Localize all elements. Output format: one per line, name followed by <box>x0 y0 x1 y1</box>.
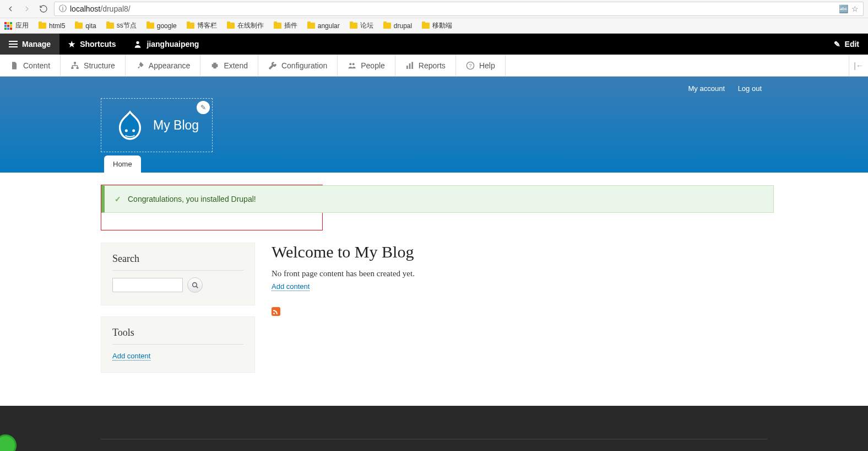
tools-block: Tools Add content <box>101 316 255 373</box>
svg-rect-3 <box>77 67 79 68</box>
info-icon: ⓘ <box>59 4 67 14</box>
status-message-text: Congratulations, you installed Drupal! <box>128 195 256 203</box>
status-message-success: ✓ Congratulations, you installed Drupal! <box>101 185 774 213</box>
log-out-link[interactable]: Log out <box>738 84 762 93</box>
sidebar: Search Tools Add content <box>101 243 255 373</box>
barchart-icon <box>405 61 414 70</box>
folder-icon <box>227 23 235 29</box>
svg-point-5 <box>352 63 355 65</box>
wrench-icon <box>268 61 277 70</box>
folder-icon <box>147 23 154 29</box>
toolbar-shortcuts[interactable]: ★ Shortcuts <box>59 34 124 55</box>
bookmark-qita[interactable]: qita <box>75 22 96 30</box>
apps-grid-icon <box>4 22 12 30</box>
svg-rect-1 <box>74 62 76 63</box>
annotation-highlight-box: ✓ Congratulations, you installed Drupal! <box>101 185 323 230</box>
folder-icon <box>383 23 391 29</box>
check-icon: ✓ <box>115 195 121 203</box>
folder-icon <box>274 23 281 29</box>
toolbar-user[interactable]: jianghuaipeng <box>124 34 208 55</box>
search-submit-button[interactable] <box>187 277 203 293</box>
main-content: ✓ Congratulations, you installed Drupal!… <box>101 173 767 406</box>
folder-icon <box>106 23 114 29</box>
drupal-logo-icon <box>115 109 145 142</box>
browser-url-bar[interactable]: ⓘ localhost/drupal8/ 🔤 ☆ <box>54 2 864 16</box>
pencil-icon: ✎ <box>834 40 840 49</box>
folder-icon <box>187 23 194 29</box>
menu-content[interactable]: Content <box>0 55 61 76</box>
people-icon <box>348 61 356 70</box>
tab-home[interactable]: Home <box>104 155 141 173</box>
footer-divider <box>101 439 767 439</box>
menu-extend[interactable]: Extend <box>200 55 258 76</box>
bookmark-ss[interactable]: ss节点 <box>106 21 137 30</box>
toolbar-edit[interactable]: ✎ Edit <box>825 34 868 55</box>
brush-icon <box>135 61 144 70</box>
browser-url-text: localhost/drupal8/ <box>70 4 836 13</box>
browser-toolbar: ⓘ localhost/drupal8/ 🔤 ☆ <box>0 0 868 18</box>
add-content-link[interactable]: Add content <box>272 282 310 291</box>
svg-point-13 <box>192 282 197 287</box>
svg-text:?: ? <box>469 63 471 68</box>
help-icon: ? <box>466 61 475 70</box>
toolbar-manage[interactable]: Manage <box>0 34 59 55</box>
browser-reload-button[interactable] <box>37 3 50 15</box>
tools-block-title: Tools <box>112 327 243 345</box>
user-icon <box>133 40 142 49</box>
bookmarks-bar: 应用 html5 qita ss节点 google 博客栏 在线制作 插件 an… <box>0 18 868 33</box>
bookmark-drupal[interactable]: drupal <box>383 22 412 30</box>
puzzle-icon <box>210 61 219 70</box>
file-icon <box>10 61 19 70</box>
search-block: Search <box>101 243 255 305</box>
star-icon[interactable]: ☆ <box>851 4 859 13</box>
empty-message: No front page content has been created y… <box>272 269 767 278</box>
site-name: My Blog <box>153 118 199 133</box>
search-block-title: Search <box>112 253 243 271</box>
admin-toolbar: Manage ★ Shortcuts jianghuaipeng ✎ Edit <box>0 34 868 55</box>
menu-help[interactable]: ? Help <box>456 55 506 76</box>
svg-point-12 <box>132 130 135 132</box>
folder-icon <box>75 23 83 29</box>
site-header: My account Log out ✎ My Blog Home <box>0 77 868 173</box>
svg-point-4 <box>350 63 352 65</box>
folder-icon <box>39 23 46 29</box>
menu-structure[interactable]: Structure <box>61 55 126 76</box>
admin-menu: Content Structure Appearance Extend Conf… <box>0 55 868 77</box>
tools-add-content-link[interactable]: Add content <box>112 352 150 361</box>
menu-collapse-button[interactable]: |← <box>849 55 868 76</box>
menu-appearance[interactable]: Appearance <box>126 55 201 76</box>
browser-forward-button[interactable] <box>21 3 33 15</box>
browser-chrome: ⓘ localhost/drupal8/ 🔤 ☆ 应用 html5 qita s… <box>0 0 868 34</box>
bookmark-mobile[interactable]: 移動端 <box>422 21 452 30</box>
rss-icon[interactable] <box>272 307 280 316</box>
browser-back-button[interactable] <box>4 3 17 15</box>
bookmark-google[interactable]: google <box>147 22 177 30</box>
hamburger-icon <box>9 41 18 47</box>
bookmark-html5[interactable]: html5 <box>39 22 65 30</box>
menu-people[interactable]: People <box>338 55 395 76</box>
my-account-link[interactable]: My account <box>688 84 725 93</box>
svg-point-0 <box>137 41 139 44</box>
svg-rect-7 <box>409 63 411 69</box>
svg-rect-6 <box>406 66 408 69</box>
header-user-links: My account Log out <box>101 84 767 98</box>
menu-reports[interactable]: Reports <box>395 55 456 76</box>
site-branding-block[interactable]: ✎ My Blog <box>101 98 213 152</box>
site-footer <box>0 406 868 451</box>
svg-line-14 <box>196 286 198 288</box>
bookmark-online[interactable]: 在线制作 <box>227 21 264 30</box>
chrome-apps-button[interactable]: 应用 <box>4 21 29 30</box>
bookmark-blog[interactable]: 博客栏 <box>187 21 217 30</box>
search-input[interactable] <box>112 278 183 292</box>
translate-icon[interactable]: 🔤 <box>839 4 848 13</box>
bookmark-angular[interactable]: angular <box>307 22 340 30</box>
bookmark-forum[interactable]: 论坛 <box>350 21 373 30</box>
page-title: Welcome to My Blog <box>272 243 767 261</box>
hierarchy-icon <box>70 61 79 70</box>
contextual-edit-button[interactable]: ✎ <box>197 101 210 114</box>
svg-rect-2 <box>71 67 73 68</box>
menu-configuration[interactable]: Configuration <box>258 55 338 76</box>
primary-tabs: Home <box>104 155 767 173</box>
folder-icon <box>422 23 430 29</box>
bookmark-plugin[interactable]: 插件 <box>274 21 297 30</box>
